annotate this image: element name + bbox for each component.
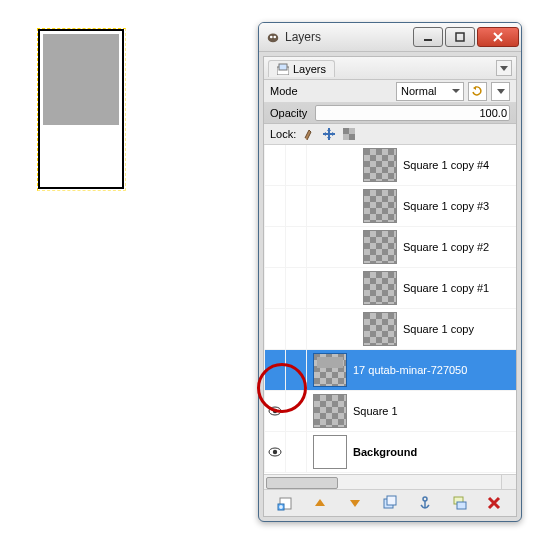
undo-icon — [472, 86, 483, 97]
layer-thumbnail[interactable] — [363, 230, 397, 264]
link-toggle[interactable] — [286, 432, 307, 472]
opacity-row[interactable]: Opacity 100.0 — [264, 103, 516, 124]
raise-layer-button[interactable] — [309, 492, 331, 514]
lock-alpha-icon[interactable] — [342, 127, 356, 141]
layer-name[interactable]: Square 1 copy #2 — [403, 241, 516, 253]
anchor-layer-button[interactable] — [414, 492, 436, 514]
link-toggle[interactable] — [286, 350, 307, 390]
minimize-button[interactable] — [413, 27, 443, 47]
mode-next-button[interactable] — [491, 82, 510, 101]
layer-row[interactable]: Square 1 copy #2 — [264, 227, 516, 268]
tab-menu-button[interactable] — [496, 60, 512, 76]
client-area: Layers Mode Normal Opacity 100.0 Lock: — [263, 56, 517, 517]
window-title: Layers — [285, 30, 409, 44]
gimp-icon — [265, 29, 281, 45]
delete-layer-button[interactable] — [483, 492, 505, 514]
eye-icon — [268, 447, 282, 457]
svg-rect-20 — [457, 502, 466, 509]
lock-row: Lock: — [264, 124, 516, 145]
dock-tabs: Layers — [264, 57, 516, 80]
titlebar[interactable]: Layers — [259, 23, 521, 52]
canvas-selection — [38, 29, 124, 189]
opacity-value[interactable]: 100.0 — [315, 105, 510, 121]
mode-row: Mode Normal — [264, 80, 516, 103]
link-toggle[interactable] — [286, 391, 307, 431]
visibility-toggle[interactable] — [264, 309, 286, 349]
layer-buttons — [264, 490, 516, 516]
svg-rect-4 — [456, 33, 464, 41]
scroll-thumb[interactable] — [266, 477, 338, 489]
visibility-toggle[interactable] — [264, 391, 286, 431]
layer-name[interactable]: Square 1 — [353, 405, 516, 417]
svg-point-13 — [273, 450, 277, 454]
layer-thumbnail[interactable] — [363, 148, 397, 182]
layer-thumbnail[interactable] — [313, 353, 347, 387]
svg-point-1 — [270, 36, 273, 39]
tab-layers[interactable]: Layers — [268, 60, 335, 77]
svg-point-11 — [273, 409, 277, 413]
visibility-toggle[interactable] — [264, 145, 286, 185]
layer-name[interactable]: 17 qutab-minar-727050 — [353, 364, 516, 376]
layer-thumbnail[interactable] — [313, 435, 347, 469]
mode-reset-button[interactable] — [468, 82, 487, 101]
layer-row[interactable]: Square 1 — [264, 391, 516, 432]
layers-icon — [277, 63, 289, 75]
horizontal-scrollbar[interactable] — [264, 474, 502, 489]
layer-thumbnail[interactable] — [363, 312, 397, 346]
layer-row[interactable]: Square 1 copy #1 — [264, 268, 516, 309]
visibility-toggle[interactable] — [264, 227, 286, 267]
merge-down-button[interactable] — [449, 492, 471, 514]
mode-select[interactable]: Normal — [396, 82, 464, 101]
opacity-label: Opacity — [270, 107, 307, 119]
visibility-toggle[interactable] — [264, 268, 286, 308]
link-toggle[interactable] — [286, 309, 307, 349]
link-toggle[interactable] — [286, 227, 307, 267]
maximize-button[interactable] — [445, 27, 475, 47]
visibility-toggle[interactable] — [264, 350, 286, 390]
layer-name[interactable]: Square 1 copy — [403, 323, 516, 335]
chevron-down-icon — [497, 87, 505, 95]
layer-row[interactable]: Square 1 copy #4 — [264, 145, 516, 186]
layer-row[interactable]: Square 1 copy #3 — [264, 186, 516, 227]
new-layer-button[interactable] — [274, 492, 296, 514]
layer-name[interactable]: Background — [353, 446, 516, 458]
svg-rect-17 — [387, 496, 396, 505]
lower-layer-button[interactable] — [344, 492, 366, 514]
layer-name[interactable]: Square 1 copy #3 — [403, 200, 516, 212]
svg-point-18 — [423, 497, 427, 501]
lock-pixels-icon[interactable] — [302, 127, 316, 141]
layer-row[interactable]: 17 qutab-minar-727050 — [264, 350, 516, 391]
svg-rect-3 — [424, 39, 432, 41]
svg-rect-6 — [279, 64, 287, 70]
visibility-toggle[interactable] — [264, 186, 286, 226]
svg-rect-8 — [343, 128, 349, 134]
svg-point-2 — [273, 36, 276, 39]
layer-row[interactable]: Background — [264, 432, 516, 473]
lock-position-icon[interactable] — [322, 127, 336, 141]
mode-value: Normal — [401, 85, 436, 97]
eye-icon — [268, 406, 282, 416]
tab-label: Layers — [293, 63, 326, 75]
svg-point-0 — [268, 34, 279, 43]
layer-row[interactable]: Square 1 copy — [264, 309, 516, 350]
duplicate-layer-button[interactable] — [379, 492, 401, 514]
canvas-gray-region — [43, 34, 119, 125]
svg-rect-9 — [349, 134, 355, 140]
layer-thumbnail[interactable] — [363, 271, 397, 305]
layer-thumbnail[interactable] — [313, 394, 347, 428]
link-toggle[interactable] — [286, 145, 307, 185]
layer-list: Square 1 copy #4Square 1 copy #3Square 1… — [264, 145, 516, 490]
link-toggle[interactable] — [286, 268, 307, 308]
close-button[interactable] — [477, 27, 519, 47]
link-toggle[interactable] — [286, 186, 307, 226]
mode-label: Mode — [270, 85, 298, 97]
layer-thumbnail[interactable] — [363, 189, 397, 223]
layers-window: Layers Layers Mode — [258, 22, 522, 522]
layer-name[interactable]: Square 1 copy #4 — [403, 159, 516, 171]
lock-label: Lock: — [270, 128, 296, 140]
scroll-corner — [501, 474, 516, 489]
visibility-toggle[interactable] — [264, 432, 286, 472]
layer-name[interactable]: Square 1 copy #1 — [403, 282, 516, 294]
